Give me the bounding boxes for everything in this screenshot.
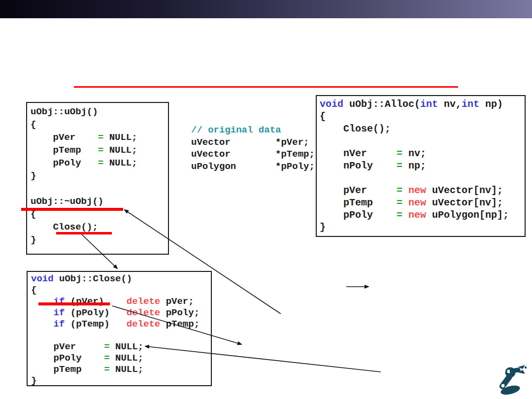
code-token: = (104, 353, 109, 364)
code-line: uVector *pTemp; (191, 148, 315, 161)
code-token: = (397, 197, 402, 208)
annotation-underline-close-call (56, 232, 112, 234)
code-token: delete (127, 319, 160, 330)
code-token: uObj::Close() (54, 273, 133, 284)
code-line: uVector *pVer; (191, 136, 315, 149)
code-token: { (31, 119, 36, 130)
code-line: nPoly = np; (320, 160, 525, 172)
code-line: uObj::uObj() (31, 105, 168, 118)
code-token: } (31, 170, 36, 181)
code-token (31, 307, 54, 318)
code-token (31, 319, 54, 330)
code-token: } (320, 222, 326, 233)
code-token: (pPoly) (65, 307, 126, 318)
code-line (320, 172, 525, 184)
code-line (31, 182, 168, 195)
code-token: pTemp (320, 197, 397, 208)
robot-arm-shape (500, 365, 527, 396)
code-token: if (54, 319, 65, 330)
code-token: pTemp; (160, 319, 200, 330)
code-line: Close(); (320, 123, 525, 135)
code-line: pTemp = NULL; (31, 144, 168, 157)
code-token: pVer; (160, 296, 194, 307)
code-line: { (31, 285, 211, 296)
code-token: pVer (31, 132, 98, 143)
code-token: = (397, 209, 402, 221)
code-line: if (pVer) delete pVer; (31, 296, 211, 307)
code-line: if (pTemp) delete pTemp; (31, 319, 211, 330)
code-token: pTemp (31, 145, 98, 156)
code-token: uObj::~uObj() (31, 196, 103, 207)
code-token: (pTemp) (65, 319, 126, 330)
code-token: nv, (438, 99, 462, 110)
code-line: pVer = new uVector[nv]; (320, 184, 525, 197)
code-token: nv; (402, 148, 426, 159)
code-line (320, 135, 525, 147)
code-line: pPoly = new uPolygon[np]; (320, 209, 525, 221)
code-token: new (408, 197, 426, 208)
code-token: } (31, 234, 36, 245)
code-line: uPolygon *pPoly; (191, 161, 315, 173)
code-token: pPoly (31, 158, 98, 168)
code-line: pTemp = NULL; (31, 364, 211, 375)
code-token: = (104, 341, 109, 352)
code-token: Close(); (31, 222, 98, 233)
code-token: NULL; (110, 353, 143, 364)
code-token (402, 197, 408, 208)
code-line: if (pPoly) delete pPoly; (31, 307, 211, 319)
code-token: uVector *pTemp; (191, 149, 315, 160)
code-line: } (31, 169, 168, 182)
code-token: delete (127, 307, 160, 318)
code-line: pTemp = new uVector[nv]; (320, 197, 525, 209)
code-token: delete (127, 296, 160, 307)
annotation-underline-dtor (21, 208, 123, 211)
robot-arm-logo (496, 365, 528, 396)
code-line: // original data (191, 124, 315, 136)
code-token: NULL; (103, 145, 137, 156)
code-line: uObj::~uObj() (31, 195, 168, 208)
code-line: } (31, 375, 211, 387)
code-line: void uObj::Alloc(int nv,int np) (320, 98, 525, 110)
code-token: void (320, 99, 343, 110)
code-token: { (31, 285, 36, 296)
code-token: nVer (320, 148, 397, 159)
code-token (402, 185, 408, 196)
code-token: if (54, 307, 65, 318)
code-token: uVector[nv]; (426, 197, 503, 208)
code-token: = (98, 145, 103, 156)
code-token: np; (402, 160, 426, 171)
code-token: pVer (31, 341, 104, 352)
code-token: uVector[nv]; (426, 185, 503, 196)
code-box-alloc: void uObj::Alloc(int nv,int np){ Close()… (316, 95, 526, 237)
code-token: NULL; (110, 341, 143, 352)
code-line: } (320, 221, 525, 233)
code-token: uPolygon *pPoly; (191, 161, 315, 172)
code-line: pPoly = NULL; (31, 353, 211, 364)
code-token: { (320, 111, 326, 122)
code-line: nVer = nv; (320, 147, 525, 160)
code-token: pTemp (31, 364, 104, 375)
code-token: = (98, 132, 103, 143)
code-token (402, 209, 408, 221)
code-token: uPolygon[np]; (426, 209, 509, 221)
code-snippet-members: // original datauVector *pVer;uVector *p… (191, 124, 315, 172)
code-line: pVer = NULL; (31, 341, 211, 353)
code-token: Close(); (320, 123, 391, 134)
code-token: } (31, 375, 36, 386)
code-line: { (320, 110, 525, 123)
code-line: pVer = NULL; (31, 131, 168, 144)
code-token: new (408, 185, 426, 196)
code-token: = (104, 364, 109, 375)
code-token: np) (479, 99, 503, 110)
code-line: { (31, 118, 168, 131)
code-token: uObj::uObj() (31, 106, 98, 117)
code-token: NULL; (110, 364, 143, 375)
header-bar (0, 0, 532, 18)
code-token: pPoly; (160, 307, 200, 318)
code-token: nPoly (320, 160, 397, 171)
code-line (31, 330, 211, 341)
code-token: uObj::Alloc( (343, 99, 420, 110)
code-token: NULL; (103, 132, 137, 143)
code-token: // original data (191, 125, 281, 135)
code-line: void uObj::Close() (31, 273, 211, 285)
